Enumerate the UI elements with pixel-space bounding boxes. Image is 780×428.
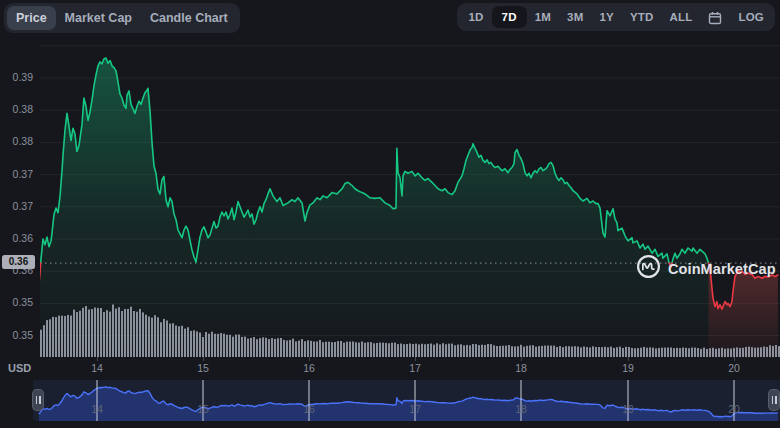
price-chart-widget: PriceMarket CapCandle Chart 1D7D1M3M1YYT… [0, 0, 780, 428]
watermark: CoinMarketCap [636, 254, 776, 283]
tab-price[interactable]: Price [7, 6, 56, 30]
range-button-all[interactable]: ALL [662, 7, 701, 27]
x-axis-tick [734, 357, 735, 361]
x-axis-label: 20 [728, 362, 740, 374]
y-axis-label: 0.38 [0, 103, 33, 115]
x-axis-tick [521, 357, 522, 361]
x-axis-tick [203, 357, 204, 361]
x-axis-label: 14 [91, 362, 103, 374]
navigator-label: 16 [303, 403, 315, 415]
x-axis-label: 19 [622, 362, 634, 374]
y-axis-label: 0.39 [0, 71, 33, 83]
calendar-icon[interactable] [700, 8, 730, 26]
navigator-label: 14 [91, 403, 103, 415]
x-axis-label: 17 [409, 362, 421, 374]
chart-type-tabs: PriceMarket CapCandle Chart [4, 3, 240, 33]
navigator-label: 19 [622, 403, 634, 415]
y-axis-label: 0.35 [0, 296, 33, 308]
currency-unit-label: USD [8, 362, 31, 374]
x-axis-label: 16 [303, 362, 315, 374]
x-axis: USD 14151617181920 [0, 357, 780, 379]
range-navigator[interactable]: 14151617181920 [0, 380, 780, 421]
x-axis-label: 15 [197, 362, 209, 374]
range-selector: 1D7D1M3M1YYTDALLLOG [457, 3, 775, 31]
y-axis-label: 0.38 [0, 135, 33, 147]
navigator-label: 15 [197, 403, 209, 415]
range-button-3m[interactable]: 3M [559, 7, 591, 27]
y-axis-label: 0.35 [0, 329, 33, 341]
range-button-log[interactable]: LOG [730, 7, 772, 27]
y-axis-label: 0.37 [0, 168, 33, 180]
y-axis-label: 0.37 [0, 200, 33, 212]
y-axis-label: 0.36 [0, 232, 33, 244]
navigator-right-handle[interactable] [768, 389, 780, 411]
x-axis-tick [97, 357, 98, 361]
x-axis-label: 18 [515, 362, 527, 374]
x-axis-tick [415, 357, 416, 361]
tab-candle-chart[interactable]: Candle Chart [141, 6, 237, 30]
range-button-ytd[interactable]: YTD [622, 7, 662, 27]
range-button-1y[interactable]: 1Y [591, 7, 621, 27]
navigator-label: 20 [728, 403, 740, 415]
navigator-label: 18 [515, 403, 527, 415]
main-chart[interactable] [40, 40, 780, 358]
range-button-1m[interactable]: 1M [527, 7, 559, 27]
coinmarketcap-logo-icon [636, 254, 661, 283]
tab-market-cap[interactable]: Market Cap [56, 6, 141, 30]
range-button-1d[interactable]: 1D [460, 7, 491, 27]
current-price-tag: 0.36 [2, 255, 35, 269]
watermark-text: CoinMarketCap [668, 261, 776, 277]
navigator-label: 17 [409, 403, 421, 415]
navigator-left-handle[interactable] [32, 389, 44, 411]
range-button-7d[interactable]: 7D [492, 6, 527, 28]
chart-toolbar: PriceMarket CapCandle Chart 1D7D1M3M1YYT… [0, 0, 780, 40]
x-axis-tick [309, 357, 310, 361]
x-axis-tick [628, 357, 629, 361]
price-area-fill [40, 58, 778, 358]
